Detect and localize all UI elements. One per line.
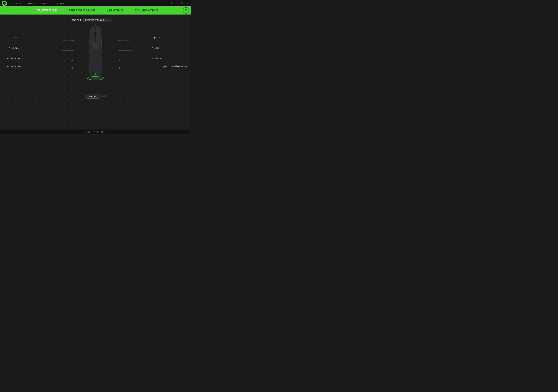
titlebar-nav: SYNAPSE MOUSE PROFILES STUDIO: [9, 0, 169, 6]
mouse-image-container: [82, 23, 109, 86]
tab-lighting[interactable]: LIGHTING: [101, 6, 129, 15]
nav-profiles[interactable]: PROFILES: [38, 0, 53, 6]
tab-prev-button[interactable]: ‹: [1, 8, 6, 13]
profile-dropdown[interactable]: DESKTOP-6FP8DIB-De... ▼: [83, 18, 112, 22]
bottom-bar: Standard ?: [0, 94, 191, 99]
tab-calibration[interactable]: CALIBRATION: [129, 6, 164, 15]
footer: RAZER VIPER MINI: [0, 129, 191, 134]
scroll-up-text: Scroll Up: [152, 47, 160, 49]
right-click-text: Right Click: [152, 36, 161, 39]
minimize-button[interactable]: —: [175, 1, 179, 5]
mode-help-button[interactable]: ?: [102, 95, 106, 98]
chevron-down-icon: ▼: [108, 19, 110, 21]
titlebar-controls: ⚙ — □ ✕: [169, 1, 189, 5]
svg-point-12: [119, 60, 120, 61]
close-button[interactable]: ✕: [185, 1, 189, 5]
cycle-up-text: Cycle Up Sensitivity Stages: [162, 65, 187, 68]
svg-point-2: [71, 50, 73, 51]
razer-logo-icon: [3, 2, 6, 5]
svg-point-14: [119, 67, 120, 69]
profile-more-button[interactable]: ···: [114, 18, 119, 22]
help-button[interactable]: ?: [183, 7, 189, 14]
scroll-click-text: Scroll Click: [9, 47, 19, 49]
svg-point-10: [119, 50, 120, 51]
profile-bar: PROFILE DESKTOP-6FP8DIB-De... ▼ ···: [0, 15, 191, 22]
svg-point-4: [71, 60, 73, 61]
svg-rect-21: [95, 38, 96, 39]
tab-performance[interactable]: PERFORMANCE: [63, 6, 101, 15]
maximize-button[interactable]: □: [180, 1, 184, 5]
nav-studio[interactable]: STUDIO: [53, 0, 67, 6]
titlebar: SYNAPSE MOUSE PROFILES STUDIO ⚙ — □ ✕: [0, 0, 191, 6]
tabbar-nav-arrows: ‹ ›: [0, 8, 12, 13]
sidebar-toggle[interactable]: [2, 17, 7, 21]
svg-rect-22: [89, 45, 90, 48]
mouse-button-5-text: Mouse Button 5: [7, 57, 21, 60]
tab-customize[interactable]: CUSTOMIZE: [31, 6, 63, 15]
settings-button[interactable]: ⚙: [169, 1, 174, 5]
svg-point-8: [118, 40, 119, 41]
device-name: RAZER VIPER MINI: [85, 131, 106, 133]
svg-point-0: [73, 40, 74, 41]
svg-point-25: [88, 77, 103, 80]
left-click-text: Left Click: [9, 36, 17, 39]
svg-rect-17: [94, 31, 97, 37]
mode-button[interactable]: Standard: [85, 94, 101, 99]
tabbar-tabs: CUSTOMIZE PERFORMANCE LIGHTING CALIBRATI…: [12, 6, 183, 15]
profile-dropdown-value: DESKTOP-6FP8DIB-De...: [85, 19, 107, 21]
mouse-button-4-text: Mouse Button 4: [7, 65, 21, 68]
scroll-down-text: Scroll Down: [152, 57, 163, 60]
mouse-diagram: Left Click Scroll Click Mouse Button 5 M…: [0, 23, 191, 93]
razer-logo: [2, 0, 7, 6]
profile-label: PROFILE: [72, 19, 82, 21]
tab-next-button[interactable]: ›: [7, 8, 12, 13]
svg-point-6: [71, 67, 73, 69]
mouse-svg: [82, 23, 109, 86]
nav-mouse[interactable]: MOUSE: [25, 0, 38, 6]
content-area: PROFILE DESKTOP-6FP8DIB-De... ▼ ···: [0, 15, 191, 129]
tabbar: ‹ › CUSTOMIZE PERFORMANCE LIGHTING CALIB…: [0, 6, 191, 15]
nav-synapse[interactable]: SYNAPSE: [9, 0, 25, 6]
